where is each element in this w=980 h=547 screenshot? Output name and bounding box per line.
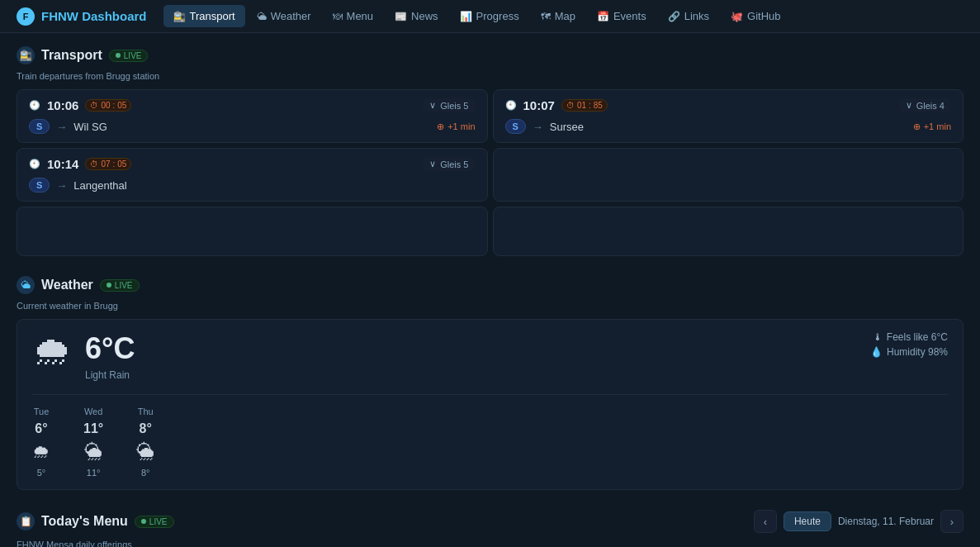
transport-grid: 🕙 10:06 ⏱ 00 : 05 ∨ Gleis 5 S → Wil SG xyxy=(17,89,963,256)
weather-title: Weather xyxy=(41,278,93,293)
clock-icon-1: 🕙 xyxy=(29,100,40,111)
transport-card-1: 🕙 10:06 ⏱ 00 : 05 ∨ Gleis 5 S → Wil SG xyxy=(17,89,488,143)
extra-delay-text-2: +1 min xyxy=(924,121,951,131)
app-header: F FHNW Dashboard 🚉Transport🌥Weather🍽Menu… xyxy=(0,0,980,33)
transport-icon: 🚉 xyxy=(173,11,186,22)
forecast-day-0: Tue 6° 🌧 5° xyxy=(32,407,50,478)
weather-main-icon: 🌧 xyxy=(32,331,72,371)
menu-next-button[interactable]: › xyxy=(940,510,963,533)
transport-empty-card-2 xyxy=(17,207,488,256)
menu-live-dot xyxy=(141,519,146,524)
forecast-high-0: 6° xyxy=(35,421,47,436)
delay-badge-num-1: 05 xyxy=(117,101,126,110)
nav-item-news[interactable]: 📰News xyxy=(385,5,448,27)
forecast-low-1: 11° xyxy=(87,468,101,478)
nav-label-progress: Progress xyxy=(476,10,519,22)
train-badge-1: S xyxy=(29,119,50,134)
weather-live-dot xyxy=(107,283,111,288)
weather-details: 🌡 Feels like 6°C 💧 Humidity 98% xyxy=(870,331,948,361)
destination-1: Wil SG xyxy=(73,121,107,133)
links-icon: 🔗 xyxy=(668,11,680,22)
track-badge-3: ∨ Gleis 5 xyxy=(423,157,475,171)
github-icon: 🐙 xyxy=(731,11,743,22)
transport-card-2-header: 🕙 10:07 ⏱ 01 : 85 ∨ Gleis 4 xyxy=(505,98,952,112)
delay-min-2: 01 xyxy=(577,101,586,110)
transport-title: Transport xyxy=(41,48,102,63)
forecast-icon-0: 🌧 xyxy=(32,441,50,463)
track-chevron-1: ∨ xyxy=(429,100,436,111)
forecast-day-label-0: Tue xyxy=(34,407,50,416)
delay-badge-num-2: 85 xyxy=(594,101,603,110)
forecast-icon-2: 🌦 xyxy=(136,441,154,463)
delay-badge-num-3: 05 xyxy=(117,159,126,169)
clock-icon-3: 🕙 xyxy=(29,159,40,169)
menu-subtitle: FHNW Mensa daily offerings xyxy=(17,540,963,547)
logo-icon: F xyxy=(17,7,35,26)
transport-empty-card-3 xyxy=(493,207,964,256)
arrow-icon-3: → xyxy=(56,179,67,192)
app-logo: F FHNW Dashboard xyxy=(17,7,147,26)
nav-item-weather[interactable]: 🌥Weather xyxy=(247,5,321,27)
forecast-day-2: Thu 8° 🌦 8° xyxy=(136,407,154,478)
weather-temp: 6°C xyxy=(85,331,135,366)
humidity-row: 💧 Humidity 98% xyxy=(870,346,948,358)
clock-icon-2: 🕙 xyxy=(505,100,517,111)
transport-card-1-header: 🕙 10:06 ⏱ 00 : 05 ∨ Gleis 5 xyxy=(29,98,476,112)
feels-like-row: 🌡 Feels like 6°C xyxy=(870,331,948,343)
extra-delay-2: ⊕ +1 min xyxy=(913,121,951,132)
menu-section: 📋 Today's Menu LIVE ‹ Heute Dienstag, 11… xyxy=(0,497,980,547)
delay-badge-3: ⏱ 07 : 05 xyxy=(85,158,131,170)
forecast-day-label-1: Wed xyxy=(84,407,102,416)
transport-card-2: 🕙 10:07 ⏱ 01 : 85 ∨ Gleis 4 S → Sursee xyxy=(493,89,964,143)
forecast-day-label-2: Thu xyxy=(138,407,154,416)
nav-item-progress[interactable]: 📊Progress xyxy=(450,5,529,27)
delay-clock-icon-2: ⏱ xyxy=(566,101,575,110)
destination-3: Langenthal xyxy=(73,179,126,192)
main-nav: 🚉Transport🌥Weather🍽Menu📰News📊Progress🗺Ma… xyxy=(163,5,964,27)
delay-sep-3: : xyxy=(113,159,116,169)
nav-item-github[interactable]: 🐙GitHub xyxy=(721,5,790,27)
nav-label-news: News xyxy=(411,10,438,22)
forecast-low-2: 8° xyxy=(141,468,150,478)
nav-label-weather: Weather xyxy=(271,10,311,22)
departure-time-1: 10:06 xyxy=(47,98,78,112)
nav-item-map[interactable]: 🗺Map xyxy=(531,5,585,27)
destination-2: Sursee xyxy=(550,121,584,133)
nav-label-github: GitHub xyxy=(747,10,780,22)
weather-card: 🌧 6°C Light Rain 🌡 Feels like 6°C 💧 Humi… xyxy=(17,319,963,490)
nav-item-transport[interactable]: 🚉Transport xyxy=(163,5,245,27)
forecast-high-2: 8° xyxy=(140,421,152,436)
delay-min-3: 07 xyxy=(101,159,110,169)
menu-today-button[interactable]: Heute xyxy=(784,511,831,531)
nav-item-menu[interactable]: 🍽Menu xyxy=(323,5,384,27)
menu-section-icon: 📋 xyxy=(17,512,35,530)
departure-time-2: 10:07 xyxy=(523,98,555,112)
transport-live-dot xyxy=(116,53,121,58)
track-chevron-2: ∨ xyxy=(906,100,912,111)
logo-text: FHNW Dashboard xyxy=(41,9,147,23)
nav-item-links[interactable]: 🔗Links xyxy=(658,5,719,27)
delay-sep-2: : xyxy=(589,101,591,110)
delay-clock-icon-3: ⏱ xyxy=(90,159,98,169)
weather-section-icon: 🌥 xyxy=(17,276,35,294)
feels-like-icon: 🌡 xyxy=(873,331,883,343)
extra-delay-1: ⊕ +1 min xyxy=(437,121,475,132)
menu-live-label: LIVE xyxy=(149,517,168,526)
extra-delay-text-1: +1 min xyxy=(447,121,475,131)
extra-delay-icon-1: ⊕ xyxy=(437,121,444,132)
train-row-1: S → Wil SG ⊕ +1 min xyxy=(29,119,476,134)
arrow-icon-2: → xyxy=(533,121,543,133)
weather-forecast: Tue 6° 🌧 5° Wed 11° 🌦 11° Thu 8° 🌦 8° xyxy=(32,394,948,478)
extra-delay-icon-2: ⊕ xyxy=(913,121,921,132)
delay-clock-icon-1: ⏱ xyxy=(90,101,98,110)
delay-min-1: 00 xyxy=(101,101,110,110)
train-row-3: S → Langenthal xyxy=(29,178,476,193)
track-label-2: Gleis 4 xyxy=(916,101,944,111)
weather-temp-block: 6°C Light Rain xyxy=(85,331,135,381)
nav-label-menu: Menu xyxy=(347,10,374,22)
menu-prev-button[interactable]: ‹ xyxy=(754,510,777,533)
nav-item-events[interactable]: 📅Events xyxy=(587,5,656,27)
transport-card-3-header: 🕙 10:14 ⏱ 07 : 05 ∨ Gleis 5 xyxy=(29,157,476,171)
train-row-2: S → Sursee ⊕ +1 min xyxy=(505,119,952,134)
forecast-low-0: 5° xyxy=(37,468,46,478)
